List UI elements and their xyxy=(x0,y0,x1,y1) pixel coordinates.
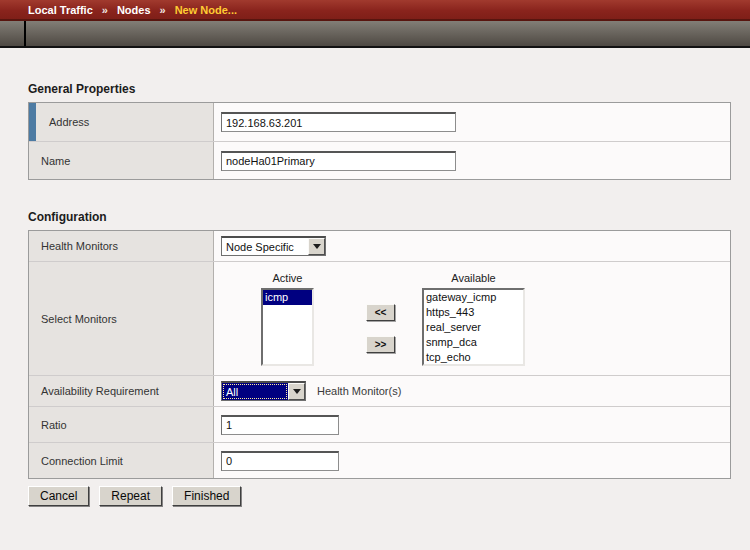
health-monitors-label: Health Monitors xyxy=(41,240,118,252)
connection-limit-value-cell xyxy=(214,443,730,478)
breadcrumb-separator-icon: » xyxy=(102,4,108,16)
section-title-configuration: Configuration xyxy=(28,210,731,224)
general-properties-table: Address Name xyxy=(28,102,731,180)
breadcrumb-separator-icon: » xyxy=(160,4,166,16)
table-row-address: Address xyxy=(29,103,730,141)
ratio-value-cell xyxy=(214,407,730,442)
move-to-available-button[interactable]: >> xyxy=(366,336,395,353)
name-input[interactable] xyxy=(221,151,456,171)
address-value-cell xyxy=(214,103,730,141)
select-monitors-value-cell: Active icmp << >> Available gateway_icmp… xyxy=(214,262,730,375)
available-monitors-listbox[interactable]: gateway_icmphttps_443real_serversnmp_dca… xyxy=(422,288,525,366)
active-monitors-listbox[interactable]: icmp xyxy=(261,288,314,366)
health-monitors-selected-value: Node Specific xyxy=(222,238,308,255)
availability-requirement-select[interactable]: All xyxy=(221,381,306,401)
ratio-label-cell: Ratio xyxy=(29,407,214,442)
breadcrumb-item-local-traffic[interactable]: Local Traffic xyxy=(28,4,93,16)
required-field-accent xyxy=(29,103,36,141)
address-label: Address xyxy=(49,116,89,128)
connection-limit-label: Connection Limit xyxy=(41,455,123,467)
list-item[interactable]: https_443 xyxy=(424,305,523,320)
repeat-button[interactable]: Repeat xyxy=(99,486,162,506)
list-item[interactable]: real_server xyxy=(424,320,523,335)
list-item[interactable]: gateway_icmp xyxy=(424,290,523,305)
table-row-health-monitors: Health Monitors Node Specific xyxy=(29,231,730,261)
active-list-title: Active xyxy=(273,272,303,288)
connection-limit-input[interactable] xyxy=(221,451,339,471)
name-label-cell: Name xyxy=(29,142,214,179)
configuration-table: Health Monitors Node Specific Select Mon… xyxy=(28,230,731,479)
availability-requirement-label-cell: Availability Requirement xyxy=(29,376,214,406)
name-label: Name xyxy=(41,155,70,167)
toolbar-strip xyxy=(0,21,750,48)
name-value-cell xyxy=(214,142,730,179)
cancel-button[interactable]: Cancel xyxy=(28,486,89,506)
list-item[interactable]: icmp xyxy=(263,290,312,305)
available-monitors-column: Available gateway_icmphttps_443real_serv… xyxy=(422,272,525,366)
breadcrumb-item-new-node: New Node... xyxy=(175,4,237,16)
active-monitors-column: Active icmp xyxy=(261,272,314,366)
list-item[interactable]: snmp_dca xyxy=(424,335,523,350)
health-monitors-select[interactable]: Node Specific xyxy=(221,236,326,256)
list-item[interactable]: tcp_echo xyxy=(424,350,523,365)
move-to-active-button[interactable]: << xyxy=(366,304,395,321)
section-title-general-properties: General Properties xyxy=(28,82,731,96)
move-buttons: << >> xyxy=(366,272,395,353)
dropdown-arrow-icon[interactable] xyxy=(308,238,325,255)
select-monitors-label: Select Monitors xyxy=(41,313,117,325)
action-buttons: Cancel Repeat Finished xyxy=(28,486,750,506)
dropdown-arrow-icon[interactable] xyxy=(288,383,305,400)
table-row-availability-requirement: Availability Requirement All Health Moni… xyxy=(29,375,730,406)
table-row-name: Name xyxy=(29,141,730,179)
finished-button[interactable]: Finished xyxy=(172,486,241,506)
table-row-connection-limit: Connection Limit xyxy=(29,442,730,478)
breadcrumb: Local Traffic » Nodes » New Node... xyxy=(0,0,750,21)
ratio-input[interactable] xyxy=(221,415,339,435)
availability-requirement-value-cell: All Health Monitor(s) xyxy=(214,376,730,406)
breadcrumb-item-nodes[interactable]: Nodes xyxy=(117,4,151,16)
availability-selected-value: All xyxy=(222,383,288,400)
available-list-title: Available xyxy=(451,272,495,288)
toolbar-left-segment xyxy=(0,21,26,46)
availability-requirement-label: Availability Requirement xyxy=(41,385,159,397)
table-row-ratio: Ratio xyxy=(29,406,730,442)
table-row-select-monitors: Select Monitors Active icmp << >> Availa… xyxy=(29,261,730,375)
address-input[interactable] xyxy=(221,112,456,132)
ratio-label: Ratio xyxy=(41,419,67,431)
address-label-cell: Address xyxy=(29,103,214,141)
health-monitors-value-cell: Node Specific xyxy=(214,231,730,261)
health-monitors-suffix-text: Health Monitor(s) xyxy=(317,385,401,397)
select-monitors-label-cell: Select Monitors xyxy=(29,262,214,375)
connection-limit-label-cell: Connection Limit xyxy=(29,443,214,478)
health-monitors-label-cell: Health Monitors xyxy=(29,231,214,261)
